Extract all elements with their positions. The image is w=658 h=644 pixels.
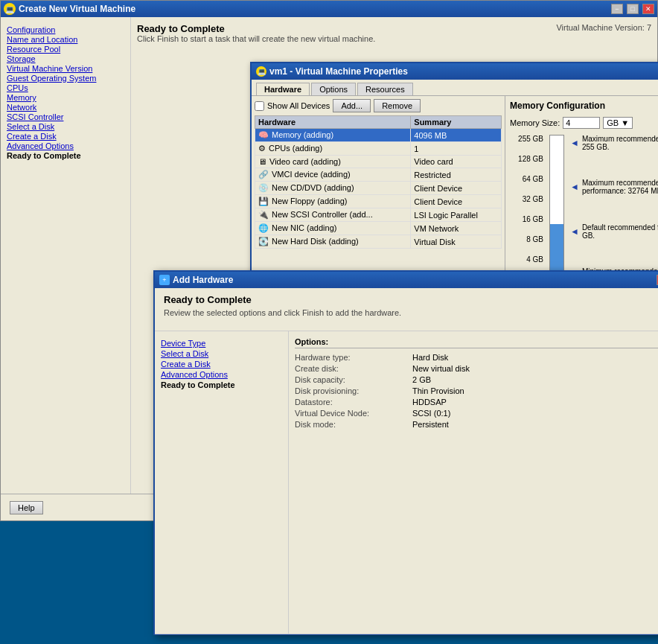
memory-unit-select[interactable]: GB ▼ (603, 117, 633, 129)
show-all-label: Show All Devices (267, 101, 330, 110)
sidebar-item-select-a-disk[interactable]: Select a Disk (7, 122, 124, 131)
add-hw-sidebar-item-create-a-disk[interactable]: Create a Disk (161, 360, 282, 369)
sidebar-item-memory[interactable]: Memory (7, 93, 124, 102)
memory-config-title: Memory Configuration (510, 101, 658, 111)
table-row[interactable]: 🔗VMCI device (adding)Restricted (255, 168, 502, 182)
sidebar-item-configuration[interactable]: Configuration (7, 25, 124, 34)
options-label: Options: (295, 337, 658, 348)
option-value: 2 GB (412, 375, 431, 384)
sidebar-item-scsi-controller[interactable]: SCSI Controller (7, 112, 124, 121)
options-row: Virtual Device Node:SCSI (0:1) (295, 409, 658, 418)
table-row[interactable]: 💾New Floppy (adding)Client Device (255, 195, 502, 208)
minimize-button[interactable]: − (611, 4, 623, 14)
page-subtitle: Click Finish to start a task that will c… (137, 34, 375, 43)
marker-triangle-icon: ◄ (570, 226, 579, 237)
vm-title-icon: 💻 (4, 3, 16, 15)
vm-props-titlebar: 💻 vm1 - Virtual Machine Properties − □ ✕ (252, 63, 658, 80)
vm-props-icon: 💻 (256, 66, 266, 77)
options-table: Hardware type:Hard DiskCreate disk:New v… (295, 353, 658, 429)
add-hw-sidebar-item-ready-to-complete: Ready to Complete (161, 380, 282, 389)
memory-marker: ◄Maximum recommended for best performanc… (570, 179, 658, 195)
table-row[interactable]: 💿New CD/DVD (adding)Client Device (255, 182, 502, 195)
sidebar-item-create-a-disk[interactable]: Create a Disk (7, 132, 124, 141)
sidebar-item-virtual-machine-version[interactable]: Virtual Machine Version (7, 64, 124, 73)
remove-hardware-button[interactable]: Remove (374, 99, 421, 112)
add-hw-top: Ready to Complete Review the selected op… (155, 288, 658, 331)
tab-hardware[interactable]: Hardware (256, 83, 310, 95)
table-row[interactable]: ⚙CPUs (adding)1 (255, 142, 502, 156)
memory-scale-label: 128 GB (510, 155, 543, 163)
option-value: HDDSAP (412, 398, 447, 407)
option-key: Disk capacity: (295, 375, 406, 384)
memory-markers: ◄Maximum recommended for guest OS: 255 G… (570, 135, 658, 284)
tab-resources[interactable]: Resources (357, 83, 413, 95)
sidebar-item-cpus[interactable]: CPUs (7, 83, 124, 92)
memory-marker: ◄Maximum recommended for guest OS: 255 G… (570, 135, 658, 151)
add-hw-footer: Finish Cancel (155, 634, 658, 644)
marker-triangle-icon: ◄ (570, 138, 579, 148)
memory-size-label: Memory Size: (510, 118, 560, 127)
add-hw-desc: Review the selected options and click Fi… (164, 308, 658, 317)
sidebar-item-storage[interactable]: Storage (7, 54, 124, 63)
memory-scale-label: 8 GB (510, 235, 543, 243)
vm-properties-window: 💻 vm1 - Virtual Machine Properties − □ ✕… (250, 62, 658, 285)
add-hw-header: Ready to Complete (164, 294, 658, 305)
add-hw-sidebar-item-device-type[interactable]: Device Type (161, 339, 282, 348)
add-hw-sidebar-item-advanced-options[interactable]: Advanced Options (161, 370, 282, 379)
option-value: Persistent (412, 420, 449, 429)
sidebar-item-network[interactable]: Network (7, 103, 124, 112)
option-key: Disk mode: (295, 420, 406, 429)
outer-header: Ready to Complete Click Finish to start … (137, 23, 651, 43)
hw-toolbar: Show All Devices Add... Remove (255, 99, 502, 112)
tab-options[interactable]: Options (311, 83, 356, 95)
sidebar-item-guest-operating-system[interactable]: Guest Operating System (7, 74, 124, 83)
options-row: Datastore:HDDSAP (295, 398, 658, 407)
marker-text: Maximum recommended for best performance… (582, 179, 658, 195)
help-button[interactable]: Help (10, 501, 43, 514)
vm-props-content: Show All Devices Add... Remove Hardware … (252, 96, 658, 281)
add-hw-titlebar: + Add Hardware ✕ (155, 272, 658, 288)
vm-version: Virtual Machine Version: 7 (556, 23, 651, 32)
add-hw-title: Add Hardware (173, 275, 653, 285)
sidebar-item-advanced-options[interactable]: Advanced Options (7, 141, 124, 150)
close-button[interactable]: ✕ (642, 4, 654, 14)
sidebar-item-name-and-location[interactable]: Name and Location (7, 35, 124, 44)
outer-main-area: Ready to Complete Click Finish to start … (131, 17, 657, 520)
maximize-button[interactable]: □ (627, 4, 639, 14)
table-row[interactable]: 🔌New SCSI Controller (add...LSI Logic Pa… (255, 208, 502, 222)
hardware-table: Hardware Summary 🧠Memory (adding)4096 MB… (255, 115, 502, 249)
option-key: Hardware type: (295, 353, 406, 362)
option-value: Hard Disk (412, 353, 448, 362)
create-vm-title: Create New Virtual Machine (19, 4, 607, 14)
add-hw-main: Options: Hardware type:Hard DiskCreate d… (289, 331, 658, 634)
table-row[interactable]: 🧠Memory (adding)4096 MB (255, 129, 502, 142)
table-row[interactable]: 💽New Hard Disk (adding)Virtual Disk (255, 235, 502, 249)
memory-size-input[interactable] (563, 117, 600, 129)
option-value: New virtual disk (412, 364, 470, 373)
page-title: Ready to Complete (137, 23, 375, 34)
memory-scale-label: 32 GB (510, 195, 543, 203)
table-row[interactable]: 🖥Video card (adding)Video card (255, 156, 502, 168)
summary-col-header: Summary (411, 116, 502, 129)
marker-text: Maximum recommended for guest OS: 255 GB… (582, 135, 658, 151)
show-all-checkbox[interactable] (255, 101, 264, 111)
add-hardware-dialog: + Add Hardware ✕ Ready to Complete Revie… (153, 270, 658, 635)
marker-text: Default recommended for guest OS: 2 GB. (582, 223, 658, 240)
add-hw-sidebar-item-select-a-disk[interactable]: Select a Disk (161, 349, 282, 358)
option-value: SCSI (0:1) (412, 409, 450, 418)
table-row[interactable]: 🌐New NIC (adding)VM Network (255, 222, 502, 235)
option-key: Datastore: (295, 398, 406, 407)
memory-bar-container[interactable] (549, 135, 564, 284)
wizard-sidebar: ConfigurationName and LocationResource P… (1, 17, 131, 520)
outer-content: ConfigurationName and LocationResource P… (1, 17, 657, 520)
add-hw-sidebar: Device TypeSelect a DiskCreate a DiskAdv… (155, 331, 289, 634)
memory-size-row: Memory Size: GB ▼ (510, 117, 658, 129)
options-row: Create disk:New virtual disk (295, 364, 658, 373)
sidebar-item-resource-pool[interactable]: Resource Pool (7, 45, 124, 54)
option-value: Thin Provision (412, 386, 464, 395)
hardware-table-area: Show All Devices Add... Remove Hardware … (252, 96, 505, 281)
options-row: Disk provisioning:Thin Provision (295, 386, 658, 395)
memory-scale-label: 4 GB (510, 255, 543, 264)
marker-triangle-icon: ◄ (570, 182, 579, 192)
add-hardware-button[interactable]: Add... (333, 99, 371, 112)
